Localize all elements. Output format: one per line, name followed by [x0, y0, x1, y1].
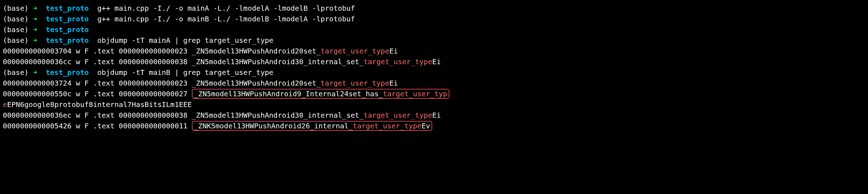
prompt-directory: test_proto	[46, 25, 88, 34]
symbol-suffix: Ei	[389, 47, 398, 55]
symbol-text: 00000000000036cc w F .text 0000000000000…	[3, 57, 363, 66]
output-line: 000000000000550c w F .text 0000000000000…	[3, 88, 865, 99]
prompt-base: (base)	[3, 25, 29, 34]
command-text: objdump -tT mainA | grep target_user_typ…	[97, 36, 274, 45]
symbol-suffix: Ei	[432, 57, 441, 66]
prompt-base: (base)	[3, 68, 29, 77]
prompt-arrow-icon: ➜	[33, 15, 37, 23]
command-text: objdump -tT mainB | grep target_user_typ…	[97, 68, 274, 77]
prompt-base: (base)	[3, 15, 29, 23]
output-line-wrap: eEPN6google8protobuf8internal7HasBitsILm…	[3, 99, 865, 110]
output-line: 00000000000036ec w F .text 0000000000000…	[3, 110, 865, 121]
output-line: 0000000000005426 w F .text 0000000000000…	[3, 121, 865, 131]
symbol-text: 0000000000005426 w F .text 0000000000000…	[3, 122, 192, 130]
prompt-directory: test_proto	[46, 68, 88, 77]
cmd-line-1: (base) ➜ test_proto g++ main.cpp -I./ -o…	[3, 3, 865, 14]
command-text: g++ main.cpp -I./ -o mainA -L./ -lmodelA…	[97, 4, 355, 12]
symbol-text: 0000000000003724 w F .text 0000000000000…	[3, 79, 321, 87]
cmd-line-2: (base) ➜ test_proto g++ main.cpp -I./ -o…	[3, 14, 865, 24]
symbol-text: 00000000000036ec w F .text 0000000000000…	[3, 111, 363, 119]
prompt-directory: test_proto	[46, 15, 88, 23]
output-line: 0000000000003704 w F .text 0000000000000…	[3, 46, 865, 56]
symbol-text: 000000000000550c w F .text 0000000000000…	[3, 90, 192, 98]
prompt-base: (base)	[3, 36, 29, 45]
prompt-directory: test_proto	[46, 4, 88, 12]
symbol-boxed-suffix: Ev	[422, 122, 430, 130]
grep-match: target_user_typ	[383, 90, 448, 98]
prompt-arrow-icon: ➜	[33, 25, 37, 34]
symbol-wrap-text: EPN6google8protobuf8internal7HasBitsILm1…	[7, 100, 192, 109]
annotation-box: _ZN5model13HWPushAndroid9_Internal24set_…	[192, 89, 449, 99]
prompt-arrow-icon: ➜	[33, 4, 37, 12]
grep-match: target_user_type	[353, 122, 422, 130]
cmd-line-5: (base) ➜ test_proto objdump -tT mainB | …	[3, 67, 865, 78]
symbol-suffix: Ei	[432, 111, 441, 119]
annotation-box: _ZNK5model13HWPushAndroid26_internal_tar…	[192, 121, 432, 131]
prompt-arrow-icon: ➜	[33, 68, 37, 77]
grep-match: target_user_type	[363, 111, 432, 119]
terminal-output: (base) ➜ test_proto g++ main.cpp -I./ -o…	[3, 3, 865, 131]
symbol-boxed-text: _ZN5model13HWPushAndroid9_Internal24set_…	[194, 90, 383, 98]
prompt-directory: test_proto	[46, 36, 88, 45]
grep-match: target_user_type	[321, 79, 389, 87]
command-text: g++ main.cpp -I./ -o mainB -L./ -lmodelB…	[97, 15, 355, 23]
grep-match: target_user_type	[321, 47, 389, 55]
prompt-arrow-icon: ➜	[33, 36, 37, 45]
grep-match-wrap: e	[3, 100, 7, 109]
output-line: 0000000000003724 w F .text 0000000000000…	[3, 78, 865, 88]
symbol-text: 0000000000003704 w F .text 0000000000000…	[3, 47, 321, 55]
prompt-base: (base)	[3, 4, 29, 12]
symbol-boxed-text: _ZNK5model13HWPushAndroid26_internal_	[194, 122, 353, 130]
grep-match: target_user_type	[363, 57, 432, 66]
cmd-line-3: (base) ➜ test_proto	[3, 24, 865, 35]
cmd-line-4: (base) ➜ test_proto objdump -tT mainA | …	[3, 35, 865, 46]
output-line: 00000000000036cc w F .text 0000000000000…	[3, 56, 865, 67]
symbol-suffix: Ei	[389, 79, 398, 87]
